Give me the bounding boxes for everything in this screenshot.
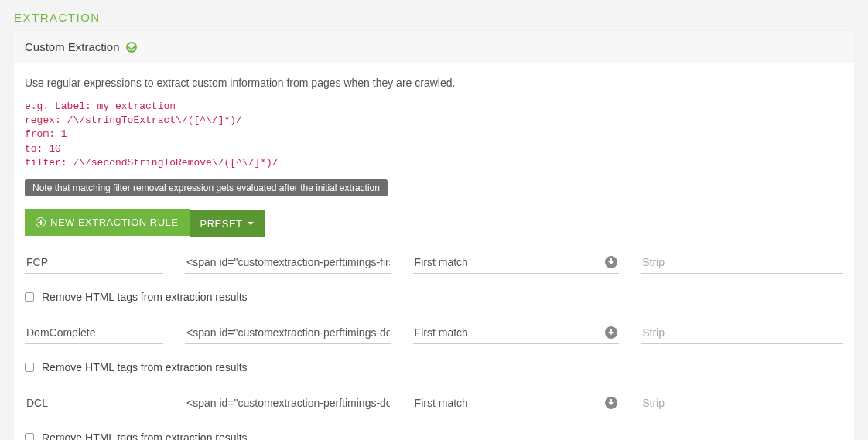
remove-html-checkbox-row[interactable]: Remove HTML tags from extraction results: [25, 361, 843, 373]
new-rule-label: NEW EXTRACTION RULE: [50, 217, 179, 228]
rule-regex-input[interactable]: [185, 392, 391, 414]
remove-html-label: Remove HTML tags from extraction results: [42, 291, 248, 303]
match-select-value: First match: [415, 326, 468, 339]
remove-html-checkbox-row[interactable]: Remove HTML tags from extraction results: [25, 431, 843, 440]
arrow-down-circle-icon: [605, 397, 617, 409]
section-header[interactable]: Custom Extraction: [14, 30, 854, 63]
custom-extraction-section: Custom Extraction Use regular expression…: [14, 30, 854, 440]
match-select[interactable]: First match: [413, 322, 620, 344]
section-body: Use regular expressions to extract custo…: [14, 63, 854, 440]
page-title: EXTRACTION: [14, 11, 101, 24]
page-header: EXTRACTION: [0, 0, 868, 30]
check-circle-icon: [126, 42, 137, 53]
example-code: e.g. Label: my extraction regex: /\/stri…: [25, 100, 843, 170]
rule-name-input[interactable]: [25, 392, 163, 414]
remove-html-checkbox-row[interactable]: Remove HTML tags from extraction results: [25, 291, 843, 303]
extraction-rule: First match Remove HTML tags from extrac…: [25, 322, 843, 373]
match-select-value: First match: [415, 256, 468, 268]
match-select[interactable]: First match: [413, 251, 620, 274]
checkbox-icon[interactable]: [25, 433, 34, 440]
checkbox-icon[interactable]: [25, 292, 34, 302]
rule-regex-input[interactable]: [185, 251, 391, 274]
match-select[interactable]: First match: [413, 392, 620, 414]
extraction-rule: First match Remove HTML tags from extrac…: [25, 251, 843, 303]
plus-circle-icon: [36, 217, 46, 227]
rule-name-input[interactable]: [25, 251, 163, 274]
arrow-down-circle-icon: [605, 326, 617, 339]
arrow-down-circle-icon: [605, 256, 617, 268]
preset-dropdown-button[interactable]: PRESET: [190, 210, 265, 237]
section-title: Custom Extraction: [25, 40, 120, 53]
remove-html-label: Remove HTML tags from extraction results: [42, 431, 248, 440]
checkbox-icon[interactable]: [25, 363, 34, 372]
remove-html-label: Remove HTML tags from extraction results: [42, 361, 248, 373]
note-pill: Note that matching filter removal expres…: [25, 179, 388, 196]
caret-down-icon: [248, 222, 254, 225]
rule-name-input[interactable]: [25, 322, 163, 344]
section-description: Use regular expressions to extract custo…: [25, 77, 843, 89]
button-row: NEW EXTRACTION RULE PRESET: [25, 209, 843, 237]
rule-regex-input[interactable]: [185, 322, 391, 344]
match-select-value: First match: [415, 397, 468, 409]
strip-input[interactable]: [641, 251, 843, 274]
strip-input[interactable]: [641, 392, 843, 414]
extraction-rule: First match Remove HTML tags from extrac…: [25, 392, 843, 440]
preset-label: PRESET: [200, 218, 243, 230]
strip-input[interactable]: [641, 322, 843, 344]
new-extraction-rule-button[interactable]: NEW EXTRACTION RULE: [25, 209, 190, 236]
